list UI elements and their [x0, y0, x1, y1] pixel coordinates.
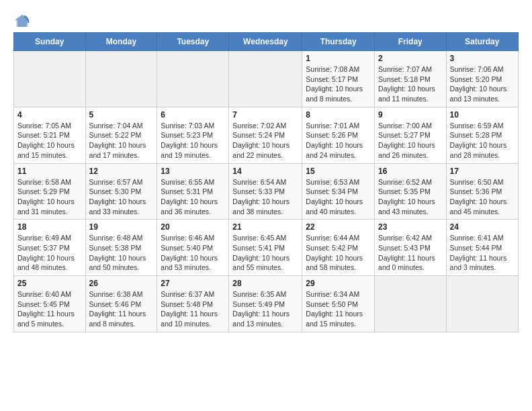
- calendar-cell: [375, 276, 447, 332]
- day-number: 19: [89, 222, 154, 232]
- day-info: Sunrise: 6:49 AM Sunset: 5:37 PM Dayligh…: [17, 233, 82, 273]
- day-info: Sunrise: 6:41 AM Sunset: 5:44 PM Dayligh…: [450, 233, 515, 273]
- day-number: 11: [17, 167, 82, 176]
- calendar-cell: 7Sunrise: 7:02 AM Sunset: 5:24 PM Daylig…: [229, 107, 302, 163]
- calendar-cell: 9Sunrise: 7:00 AM Sunset: 5:27 PM Daylig…: [375, 107, 447, 163]
- day-info: Sunrise: 7:02 AM Sunset: 5:24 PM Dayligh…: [232, 121, 298, 161]
- weekday-header-sunday: Sunday: [14, 33, 86, 51]
- calendar-cell: 3Sunrise: 7:06 AM Sunset: 5:20 PM Daylig…: [446, 51, 518, 107]
- calendar-cell: 13Sunrise: 6:55 AM Sunset: 5:31 PM Dayli…: [157, 163, 229, 220]
- day-info: Sunrise: 7:06 AM Sunset: 5:20 PM Dayligh…: [450, 64, 515, 104]
- day-number: 14: [232, 167, 298, 176]
- day-info: Sunrise: 7:07 AM Sunset: 5:18 PM Dayligh…: [378, 64, 443, 104]
- day-info: Sunrise: 6:58 AM Sunset: 5:29 PM Dayligh…: [17, 177, 82, 217]
- day-number: 13: [161, 167, 225, 176]
- day-info: Sunrise: 6:57 AM Sunset: 5:30 PM Dayligh…: [89, 177, 154, 217]
- day-info: Sunrise: 6:38 AM Sunset: 5:46 PM Dayligh…: [89, 289, 154, 329]
- day-number: 22: [306, 222, 371, 232]
- day-number: 6: [161, 110, 225, 120]
- day-info: Sunrise: 6:52 AM Sunset: 5:35 PM Dayligh…: [378, 177, 443, 217]
- calendar-cell: 24Sunrise: 6:41 AM Sunset: 5:44 PM Dayli…: [446, 220, 518, 276]
- day-number: 12: [89, 167, 154, 176]
- day-number: 9: [378, 110, 443, 120]
- day-number: 1: [306, 54, 371, 63]
- calendar-cell: 5Sunrise: 7:04 AM Sunset: 5:22 PM Daylig…: [85, 107, 157, 163]
- calendar-cell: [157, 51, 229, 107]
- calendar-cell: 23Sunrise: 6:42 AM Sunset: 5:43 PM Dayli…: [375, 220, 447, 276]
- weekday-header-tuesday: Tuesday: [157, 33, 229, 51]
- calendar-cell: 29Sunrise: 6:34 AM Sunset: 5:50 PM Dayli…: [302, 276, 375, 332]
- day-number: 29: [306, 279, 371, 288]
- day-number: 15: [306, 167, 371, 176]
- calendar-cell: 22Sunrise: 6:44 AM Sunset: 5:42 PM Dayli…: [302, 220, 375, 276]
- day-info: Sunrise: 7:08 AM Sunset: 5:17 PM Dayligh…: [306, 64, 371, 104]
- calendar-cell: 19Sunrise: 6:48 AM Sunset: 5:38 PM Dayli…: [85, 220, 157, 276]
- day-number: 8: [306, 110, 371, 120]
- day-info: Sunrise: 7:03 AM Sunset: 5:23 PM Dayligh…: [161, 121, 225, 161]
- day-number: 4: [17, 110, 82, 120]
- day-info: Sunrise: 6:44 AM Sunset: 5:42 PM Dayligh…: [306, 233, 371, 273]
- day-number: 28: [232, 279, 298, 288]
- weekday-header-saturday: Saturday: [446, 33, 518, 51]
- calendar-week-row: 4Sunrise: 7:05 AM Sunset: 5:21 PM Daylig…: [14, 107, 519, 163]
- calendar-cell: [446, 276, 518, 332]
- day-number: 23: [378, 222, 443, 232]
- calendar-week-row: 1Sunrise: 7:08 AM Sunset: 5:17 PM Daylig…: [14, 51, 519, 107]
- calendar-cell: 8Sunrise: 7:01 AM Sunset: 5:26 PM Daylig…: [302, 107, 375, 163]
- calendar-cell: 16Sunrise: 6:52 AM Sunset: 5:35 PM Dayli…: [375, 163, 447, 220]
- calendar-cell: 28Sunrise: 6:35 AM Sunset: 5:49 PM Dayli…: [229, 276, 302, 332]
- calendar-table: SundayMondayTuesdayWednesdayThursdayFrid…: [13, 32, 519, 332]
- calendar-cell: [229, 51, 302, 107]
- day-info: Sunrise: 6:53 AM Sunset: 5:34 PM Dayligh…: [306, 177, 371, 217]
- calendar-cell: 26Sunrise: 6:38 AM Sunset: 5:46 PM Dayli…: [85, 276, 157, 332]
- weekday-header-wednesday: Wednesday: [229, 33, 302, 51]
- day-number: 20: [161, 222, 225, 232]
- day-number: 21: [232, 222, 298, 232]
- calendar-cell: 14Sunrise: 6:54 AM Sunset: 5:33 PM Dayli…: [229, 163, 302, 220]
- weekday-header-friday: Friday: [375, 33, 447, 51]
- day-number: 7: [232, 110, 298, 120]
- logo: [13, 13, 30, 28]
- calendar-cell: [85, 51, 157, 107]
- day-number: 10: [450, 110, 515, 120]
- day-number: 2: [378, 54, 443, 63]
- calendar-cell: 2Sunrise: 7:07 AM Sunset: 5:18 PM Daylig…: [375, 51, 447, 107]
- day-info: Sunrise: 7:01 AM Sunset: 5:26 PM Dayligh…: [306, 121, 371, 161]
- page-header: [13, 11, 519, 28]
- calendar-cell: [14, 51, 86, 107]
- weekday-header-row: SundayMondayTuesdayWednesdayThursdayFrid…: [14, 33, 519, 51]
- calendar-week-row: 18Sunrise: 6:49 AM Sunset: 5:37 PM Dayli…: [14, 220, 519, 276]
- day-info: Sunrise: 6:48 AM Sunset: 5:38 PM Dayligh…: [89, 233, 154, 273]
- day-number: 3: [450, 54, 515, 63]
- calendar-cell: 21Sunrise: 6:45 AM Sunset: 5:41 PM Dayli…: [229, 220, 302, 276]
- day-info: Sunrise: 6:37 AM Sunset: 5:48 PM Dayligh…: [161, 289, 225, 329]
- weekday-header-thursday: Thursday: [302, 33, 375, 51]
- day-info: Sunrise: 6:54 AM Sunset: 5:33 PM Dayligh…: [232, 177, 298, 217]
- calendar-cell: 4Sunrise: 7:05 AM Sunset: 5:21 PM Daylig…: [14, 107, 86, 163]
- calendar-cell: 12Sunrise: 6:57 AM Sunset: 5:30 PM Dayli…: [85, 163, 157, 220]
- day-number: 16: [378, 167, 443, 176]
- weekday-header-monday: Monday: [85, 33, 157, 51]
- day-info: Sunrise: 7:04 AM Sunset: 5:22 PM Dayligh…: [89, 121, 154, 161]
- day-number: 24: [450, 222, 515, 232]
- day-info: Sunrise: 6:42 AM Sunset: 5:43 PM Dayligh…: [378, 233, 443, 273]
- day-info: Sunrise: 6:46 AM Sunset: 5:40 PM Dayligh…: [161, 233, 225, 273]
- calendar-cell: 10Sunrise: 6:59 AM Sunset: 5:28 PM Dayli…: [446, 107, 518, 163]
- calendar-week-row: 11Sunrise: 6:58 AM Sunset: 5:29 PM Dayli…: [14, 163, 519, 220]
- calendar-cell: 17Sunrise: 6:50 AM Sunset: 5:36 PM Dayli…: [446, 163, 518, 220]
- day-info: Sunrise: 6:35 AM Sunset: 5:49 PM Dayligh…: [232, 289, 298, 329]
- day-info: Sunrise: 6:59 AM Sunset: 5:28 PM Dayligh…: [450, 121, 515, 161]
- day-info: Sunrise: 7:05 AM Sunset: 5:21 PM Dayligh…: [17, 121, 82, 161]
- logo-icon: [15, 13, 30, 28]
- day-number: 17: [450, 167, 515, 176]
- day-info: Sunrise: 6:55 AM Sunset: 5:31 PM Dayligh…: [161, 177, 225, 217]
- calendar-cell: 18Sunrise: 6:49 AM Sunset: 5:37 PM Dayli…: [14, 220, 86, 276]
- calendar-cell: 15Sunrise: 6:53 AM Sunset: 5:34 PM Dayli…: [302, 163, 375, 220]
- day-number: 18: [17, 222, 82, 232]
- day-info: Sunrise: 6:40 AM Sunset: 5:45 PM Dayligh…: [17, 289, 82, 329]
- day-info: Sunrise: 7:00 AM Sunset: 5:27 PM Dayligh…: [378, 121, 443, 161]
- day-number: 26: [89, 279, 154, 288]
- calendar-cell: 6Sunrise: 7:03 AM Sunset: 5:23 PM Daylig…: [157, 107, 229, 163]
- day-number: 27: [161, 279, 225, 288]
- day-info: Sunrise: 6:50 AM Sunset: 5:36 PM Dayligh…: [450, 177, 515, 217]
